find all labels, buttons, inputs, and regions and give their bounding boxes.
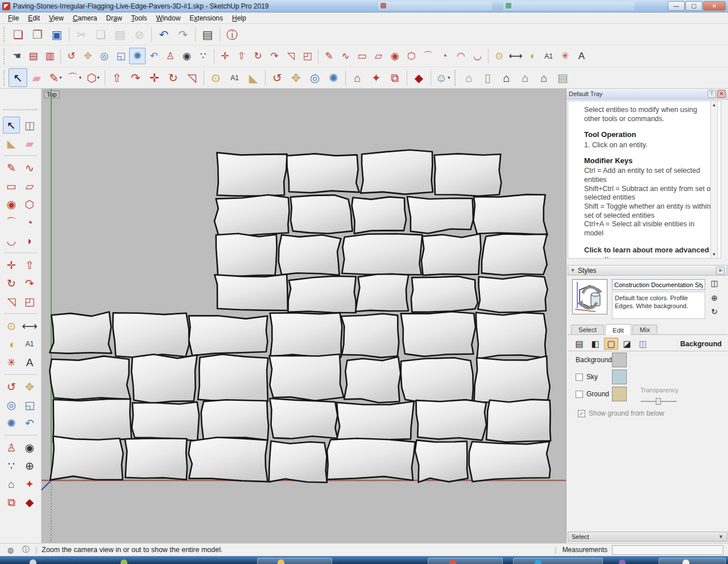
taskbar-icon[interactable]: [619, 559, 626, 564]
extension-manager-tool[interactable]: ◆: [410, 68, 428, 87]
line-tool[interactable]: ✎: [3, 159, 20, 176]
taskbar-icon[interactable]: [535, 559, 541, 564]
arc-tool[interactable]: ⌒: [3, 214, 20, 231]
menu-edit[interactable]: Edit: [23, 13, 44, 23]
text-tool[interactable]: A1: [225, 68, 244, 87]
undo-tool[interactable]: ↶: [154, 25, 173, 44]
orbit-tool[interactable]: ↺: [63, 48, 80, 64]
section-plane-tool[interactable]: ⊕: [21, 457, 38, 474]
redo-tool[interactable]: ↷: [173, 25, 193, 44]
line-tool[interactable]: ✎▾: [46, 68, 65, 87]
rectangle-tool[interactable]: ▭: [354, 48, 370, 64]
push-pull-tool[interactable]: ⇧: [107, 68, 126, 87]
tape-measure-tool[interactable]: ⊙: [206, 68, 225, 87]
rotated-rectangle-tool[interactable]: ▱: [370, 48, 387, 64]
pan-tool[interactable]: ✥: [21, 378, 38, 395]
pie-tool[interactable]: ◔: [21, 214, 38, 231]
arc-tool[interactable]: ⌒: [420, 48, 436, 64]
credits-icon[interactable]: ⓘ: [21, 545, 31, 555]
dimensions-tool[interactable]: ⟷: [21, 317, 38, 334]
pan-tool[interactable]: ✥: [80, 48, 96, 64]
rectangle-tool[interactable]: ▭: [3, 177, 20, 194]
model-info-tool[interactable]: ⓘ: [222, 25, 242, 44]
zoom-extents-tool[interactable]: ✺: [3, 414, 20, 432]
3d-warehouse-tool[interactable]: ⌂: [3, 475, 20, 492]
sketchy-stamp-b-tool[interactable]: ▥: [42, 48, 58, 64]
collapsed-panel-bar[interactable]: Select ▼: [568, 532, 727, 542]
orbit-tool[interactable]: ↺: [3, 378, 20, 395]
create-style-icon[interactable]: ⊕: [709, 293, 720, 303]
erase-tool[interactable]: ⊘: [130, 25, 149, 44]
circle-tool[interactable]: ◉: [3, 196, 20, 213]
polygon-tool[interactable]: ⬡: [403, 48, 420, 64]
tray-header[interactable]: Default Tray ⊤ ✕: [566, 89, 728, 99]
sketchy-stamp-a-tool[interactable]: ▤: [25, 48, 42, 64]
menu-draw[interactable]: Draw: [102, 13, 127, 23]
zoom-tool[interactable]: ◎: [3, 396, 20, 413]
dropdown-arrow-icon[interactable]: ▾: [59, 75, 61, 80]
walk-tool[interactable]: ∵: [195, 48, 212, 64]
dropdown-arrow-icon[interactable]: ▾: [79, 75, 81, 80]
taskbar-icon[interactable]: [682, 559, 689, 564]
sector-tool[interactable]: ◗: [21, 232, 38, 249]
dropdown-arrow-icon[interactable]: ▾: [448, 75, 450, 80]
sample-house-5-tool[interactable]: ⌂: [535, 68, 553, 87]
shapes-tool[interactable]: ⬡▾: [84, 68, 102, 87]
walk-tool[interactable]: ∵: [3, 457, 20, 474]
account-tool[interactable]: ☺▾: [433, 68, 452, 87]
style-thumbnail[interactable]: [572, 279, 607, 314]
text-tool[interactable]: A1: [540, 48, 557, 64]
follow-me-tool[interactable]: ↷: [126, 68, 145, 87]
taskbar-icon[interactable]: [278, 559, 284, 564]
freehand-tool[interactable]: ∿: [337, 48, 354, 64]
sample-house-3-tool[interactable]: ⌂: [497, 68, 516, 87]
show-ground-checkbox[interactable]: ✓: [578, 410, 585, 417]
update-style-icon[interactable]: ↻: [709, 306, 720, 317]
zoom-tool[interactable]: ◎: [96, 48, 113, 64]
previous-view-tool[interactable]: ↶: [146, 48, 162, 64]
orbit-tool[interactable]: ↺: [268, 68, 287, 87]
axes-tool[interactable]: ✳: [3, 354, 20, 371]
move-tool[interactable]: ✛: [145, 68, 164, 87]
model-viewport[interactable]: Top: [42, 89, 566, 543]
styles-tab-edit[interactable]: Edit: [605, 324, 631, 335]
advanced-operations-link[interactable]: Click to learn about more advanced opera…: [584, 246, 713, 259]
background-color-swatch[interactable]: [612, 353, 627, 367]
minimize-button[interactable]: —: [668, 1, 685, 11]
styles-close-icon[interactable]: ✕: [716, 267, 725, 275]
toolbar-drag-handle[interactable]: [454, 70, 457, 86]
menu-help[interactable]: Help: [228, 13, 251, 23]
rotated-rectangle-tool[interactable]: ▱: [21, 177, 38, 194]
select-tool[interactable]: ↖: [3, 117, 20, 134]
taskbar-app[interactable]: [428, 558, 503, 564]
paint-bucket-tool[interactable]: ◣: [244, 68, 263, 87]
edge-settings-icon[interactable]: ▤: [572, 338, 586, 350]
print-tool[interactable]: ▤: [198, 25, 217, 44]
scroll-down-icon[interactable]: ▼: [712, 251, 717, 258]
sample-house-4-tool[interactable]: ⌂: [516, 68, 535, 87]
menu-window[interactable]: Window: [152, 13, 185, 23]
paint-bucket-tool[interactable]: ◣: [3, 135, 20, 152]
zoom-window-tool[interactable]: ◱: [113, 48, 129, 64]
new-model-tool[interactable]: ❏: [9, 25, 28, 44]
watermark-settings-icon[interactable]: ◪: [620, 338, 634, 350]
measurements-input[interactable]: [612, 545, 723, 555]
3d-text-tool[interactable]: A: [573, 48, 590, 64]
tape-measure-tool[interactable]: ⊙: [3, 317, 20, 334]
toolbar-drag-handle[interactable]: [3, 48, 6, 64]
pie-tool[interactable]: ◔: [436, 48, 453, 64]
menu-extensions[interactable]: Extensions: [185, 13, 228, 23]
move-tool[interactable]: ✛: [3, 256, 20, 273]
scroll-up-icon[interactable]: ▲: [712, 101, 717, 109]
secondary-pane-icon[interactable]: ◫: [709, 278, 720, 288]
maximize-button[interactable]: ▢: [685, 1, 702, 11]
previous-view-tool[interactable]: ↶: [21, 414, 38, 432]
protractor-tool[interactable]: ◖: [524, 48, 540, 64]
menu-camera[interactable]: Camera: [68, 13, 102, 23]
look-around-tool[interactable]: ◉: [179, 48, 195, 64]
menu-file[interactable]: File: [3, 13, 23, 23]
offset-tool[interactable]: ◰: [299, 48, 316, 64]
text-tool[interactable]: A1: [21, 335, 38, 353]
axes-tool[interactable]: ✳: [557, 48, 573, 64]
menu-tools[interactable]: Tools: [127, 13, 152, 23]
